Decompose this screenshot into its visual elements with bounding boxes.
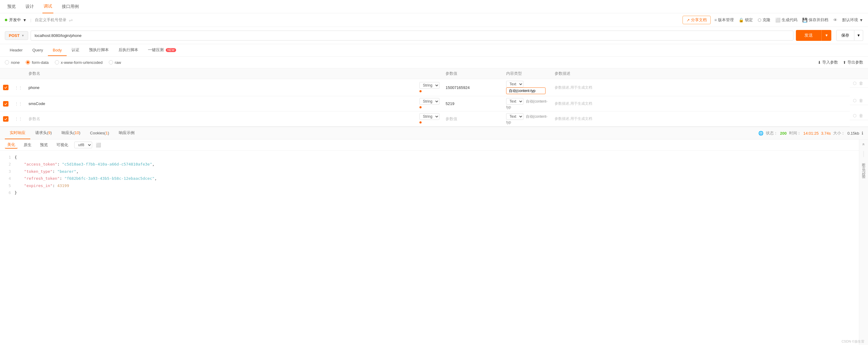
with-button[interactable]: 与: [861, 165, 867, 167]
response-content: 美化 原生 预览 可视化 utf8 ⬜ 1 { 2: [0, 139, 859, 345]
time-label: 时间：: [789, 131, 801, 136]
save-archive-action[interactable]: 💾 保存并归档: [802, 17, 828, 23]
content-type-cell: Text 自动(content-typ: [503, 111, 552, 127]
param-value-input[interactable]: [445, 116, 500, 121]
response-tab-bar: 实时响应 请求头(9) 响应头(10) Cookies(1) 响应示例 🌐 状态…: [0, 127, 868, 139]
new-badge: NEW: [166, 48, 176, 52]
delete-row-icon[interactable]: 🗑: [859, 81, 863, 85]
param-checkbox[interactable]: [3, 85, 8, 90]
resp-tab-example[interactable]: 响应示例: [114, 127, 140, 139]
body-type-none[interactable]: none: [5, 60, 20, 65]
drag-handle[interactable]: ⋮⋮: [14, 116, 23, 121]
import-params-button[interactable]: ⬇ 导入参数: [818, 60, 838, 65]
fmt-raw[interactable]: 原生: [21, 142, 34, 148]
copy-row-icon[interactable]: ⬡: [853, 81, 857, 85]
export-params-button[interactable]: ⬆ 导出参数: [843, 60, 863, 65]
assertion-button[interactable]: 断: [861, 159, 867, 161]
nav-preview[interactable]: 预览: [6, 0, 17, 13]
param-name-input[interactable]: [29, 116, 413, 121]
param-type-cell: String: [416, 111, 442, 127]
tab-pre-script[interactable]: 预执行脚本: [84, 44, 114, 56]
status-label: 状态：: [766, 131, 778, 136]
tab-body[interactable]: Body: [48, 45, 67, 56]
encoding-select[interactable]: utf8: [74, 142, 92, 148]
nav-example[interactable]: 接口用例: [61, 0, 80, 13]
save-dropdown-button[interactable]: ▼: [855, 30, 863, 41]
copy-row-icon[interactable]: ⬡: [853, 98, 857, 103]
assertion2-button[interactable]: 言: [861, 162, 867, 164]
clone-action[interactable]: ⬡ 克隆: [758, 17, 770, 23]
row-actions-cell: ⬡ 🗑: [850, 79, 868, 88]
code-format-bar: 美化 原生 预览 可视化 utf8 ⬜: [0, 139, 859, 151]
th-param-name: 参数名: [26, 68, 416, 79]
default-env-arrow: ▼: [859, 18, 863, 23]
content-type-select[interactable]: Text: [506, 81, 523, 88]
delete-row-icon[interactable]: 🗑: [859, 98, 863, 103]
tab-auth[interactable]: 认证: [67, 44, 84, 56]
radio-none-circle: [5, 60, 9, 65]
tab-query[interactable]: Query: [28, 45, 48, 56]
size-label: 大小：: [833, 131, 845, 136]
tab-stress-test[interactable]: 一键压测 NEW: [143, 44, 181, 56]
top-nav: 预览 设计 调试 接口用例: [0, 0, 868, 13]
send-dropdown-button[interactable]: ▼: [821, 30, 831, 41]
download-icon: ⬇: [818, 60, 821, 65]
fmt-beautify[interactable]: 美化: [5, 141, 18, 148]
fmt-preview[interactable]: 预览: [38, 142, 50, 148]
delete-row-icon[interactable]: 🗑: [859, 113, 863, 118]
param-desc-cell: 参数描述,用于生成文档: [552, 111, 850, 127]
body-type-form-data[interactable]: form-data: [26, 60, 49, 65]
copy-row-icon[interactable]: ⬡: [853, 113, 857, 118]
body-type-urlencoded[interactable]: x-www-form-urlencoded: [55, 60, 103, 65]
drag-handle[interactable]: ⋮⋮: [14, 85, 23, 90]
nav-debug[interactable]: 调试: [42, 0, 53, 13]
param-name-input[interactable]: [29, 101, 413, 106]
preview-action[interactable]: 👁: [833, 18, 837, 23]
gen-code-action[interactable]: ⬜ 生成代码: [775, 17, 797, 23]
collapse-button[interactable]: «: [861, 142, 867, 147]
send-button[interactable]: 发送: [796, 30, 821, 41]
validate-button[interactable]: 验: [861, 171, 867, 173]
verify-button[interactable]: 校: [861, 168, 867, 170]
default-env-selector[interactable]: 默认环境 ▼: [842, 17, 863, 23]
row-check-cell: [0, 96, 11, 111]
param-name-cell: [26, 96, 416, 111]
param-type-select[interactable]: String: [420, 113, 439, 120]
content-type-select[interactable]: Text: [506, 113, 523, 120]
content-type-select[interactable]: Text: [506, 98, 523, 105]
method-label: POST: [9, 33, 20, 38]
resp-tab-cookies[interactable]: Cookies(1): [85, 128, 114, 139]
content-type-input[interactable]: [506, 88, 546, 94]
param-type-select[interactable]: String: [420, 98, 439, 105]
param-checkbox[interactable]: [3, 101, 8, 106]
env-selector[interactable]: 开发中 ▼: [5, 17, 27, 23]
save-button[interactable]: 保存: [836, 30, 855, 41]
env-dropdown-arrow[interactable]: ▼: [23, 18, 27, 23]
copy-response-icon[interactable]: ⬜: [96, 142, 101, 147]
param-value-input[interactable]: [445, 101, 500, 106]
info-icon[interactable]: ℹ: [862, 131, 863, 136]
resp-tab-response-headers[interactable]: 响应头(10): [57, 127, 85, 139]
fmt-visual[interactable]: 可视化: [54, 142, 71, 148]
resp-tab-request-headers[interactable]: 请求头(9): [30, 127, 57, 139]
param-value-input[interactable]: [445, 85, 500, 90]
version-manage-action[interactable]: ≡ 版本管理: [714, 17, 734, 23]
param-name-input[interactable]: [29, 85, 413, 90]
body-type-raw[interactable]: raw: [109, 60, 121, 65]
url-input[interactable]: [31, 31, 794, 40]
code-line: 4 "refresh_token": "f682b6fc-3a93-43b5-b…: [5, 175, 854, 182]
lock-action[interactable]: 🔒 锁定: [739, 17, 753, 23]
param-checkbox[interactable]: [3, 116, 8, 122]
resp-tab-realtime[interactable]: 实时响应: [5, 127, 30, 139]
radio-form-data-circle: [26, 60, 30, 65]
tab-header[interactable]: Header: [5, 45, 28, 56]
drag-handle[interactable]: ⋮⋮: [14, 101, 23, 106]
nav-design[interactable]: 设计: [24, 0, 35, 13]
method-select[interactable]: POST ▼: [5, 31, 28, 40]
share-button[interactable]: ↗ 分享文档: [683, 16, 711, 24]
api-name-box: 自定义手机号登录 ⇌: [35, 17, 679, 23]
param-type-select[interactable]: String: [420, 82, 439, 89]
param-name-cell: [26, 111, 416, 127]
tab-post-script[interactable]: 后执行脚本: [114, 44, 143, 56]
code-line: 6 }: [5, 189, 854, 196]
